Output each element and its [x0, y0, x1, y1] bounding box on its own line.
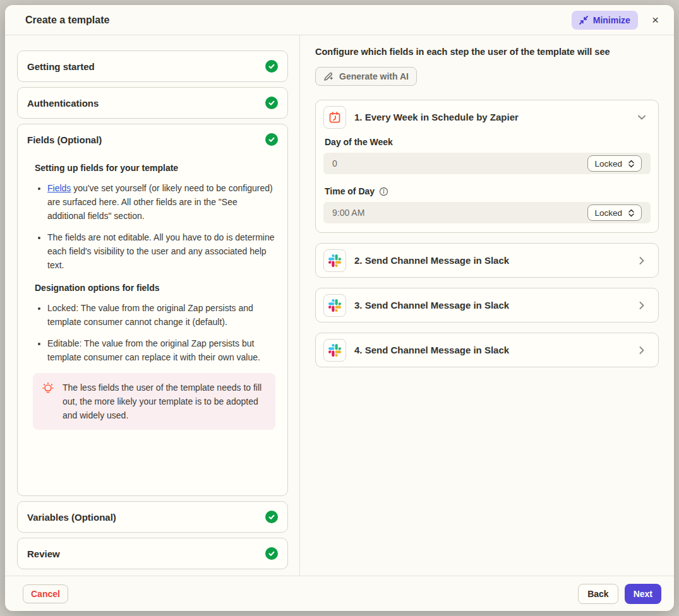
- field-value: 9:00 AM: [332, 208, 364, 218]
- modal-body: Getting started Authentications Fields (…: [5, 35, 674, 576]
- next-button[interactable]: Next: [625, 584, 661, 604]
- back-button[interactable]: Back: [578, 584, 618, 604]
- close-icon[interactable]: ×: [648, 11, 663, 28]
- config-heading: Configure which fields in each step the …: [315, 47, 659, 57]
- step-1-header[interactable]: 1. Every Week in Schedule by Zapier: [316, 100, 658, 134]
- chevron-down-icon: [637, 112, 651, 122]
- accordion-authentications: Authentications: [17, 87, 288, 119]
- step-2-header[interactable]: 2. Send Channel Message in Slack: [316, 244, 658, 277]
- select-updown-icon: [628, 160, 635, 168]
- designation-value: Locked: [594, 159, 622, 169]
- setup-fields-heading: Setting up fields for your template: [35, 161, 277, 175]
- chevron-right-icon: [637, 256, 651, 266]
- minimize-label: Minimize: [593, 15, 630, 25]
- setup-fields-list: Fields you've set yourself (or likely ne…: [28, 181, 277, 272]
- field-value-input: 9:00 AM Locked: [323, 202, 651, 223]
- minimize-icon: [579, 16, 588, 25]
- tip-callout: The less fields the user of the template…: [33, 373, 275, 430]
- create-template-modal: Create a template Minimize × Getting sta…: [5, 5, 674, 611]
- field-value-input: 0 Locked: [323, 153, 651, 174]
- generate-with-ai-button[interactable]: Generate with AI: [315, 67, 417, 86]
- info-icon[interactable]: [379, 187, 388, 196]
- steps-sidebar: Getting started Authentications Fields (…: [5, 35, 300, 576]
- step-title: 2. Send Channel Message in Slack: [354, 255, 628, 266]
- section-label: Review: [27, 548, 265, 559]
- modal-header: Create a template Minimize ×: [5, 5, 674, 35]
- step-4-header[interactable]: 4. Send Channel Message in Slack: [316, 333, 658, 367]
- completed-check-icon: [265, 133, 278, 146]
- generate-with-ai-label: Generate with AI: [339, 71, 409, 81]
- step-3-header[interactable]: 3. Send Channel Message in Slack: [316, 288, 658, 322]
- completed-check-icon: [265, 97, 278, 109]
- list-item: Fields you've set yourself (or likely ne…: [47, 181, 277, 223]
- accordion-header-getting-started[interactable]: Getting started: [18, 51, 287, 81]
- accordion-header-fields[interactable]: Fields (Optional): [18, 124, 287, 155]
- designation-select[interactable]: Locked: [587, 204, 642, 221]
- field-label: Time of Day: [325, 186, 375, 196]
- completed-check-icon: [265, 547, 278, 560]
- step-card-1: 1. Every Week in Schedule by Zapier Day …: [315, 100, 659, 233]
- designation-value: Locked: [594, 208, 622, 218]
- fields-config-panel: Configure which fields in each step the …: [300, 35, 674, 576]
- modal-footer: Cancel Back Next: [5, 576, 674, 611]
- schedule-by-zapier-icon: [323, 106, 346, 129]
- section-label: Fields (Optional): [27, 134, 265, 145]
- fields-section-content: Setting up fields for your template Fiel…: [18, 155, 287, 495]
- designation-options-heading: Designation options for fields: [35, 281, 277, 295]
- field-label-row: Time of Day: [325, 186, 649, 196]
- list-item: Editable: The value from the original Za…: [47, 336, 277, 364]
- accordion-header-review[interactable]: Review: [18, 538, 287, 569]
- ai-pencil-icon: [323, 71, 333, 81]
- section-label: Getting started: [27, 61, 265, 72]
- accordion-variables: Variables (Optional): [17, 501, 288, 533]
- page-title: Create a template: [25, 15, 572, 26]
- accordion-getting-started: Getting started: [17, 50, 288, 82]
- slack-icon: [323, 294, 346, 317]
- step-card-3: 3. Send Channel Message in Slack: [315, 288, 659, 323]
- bullet-text: you've set yourself (or likely need to b…: [47, 183, 273, 221]
- step-title: 1. Every Week in Schedule by Zapier: [354, 112, 628, 122]
- step-title: 4. Send Channel Message in Slack: [354, 345, 628, 355]
- select-updown-icon: [628, 209, 635, 217]
- step-card-4: 4. Send Channel Message in Slack: [315, 333, 659, 367]
- spacer: [28, 430, 277, 495]
- accordion-header-variables[interactable]: Variables (Optional): [18, 502, 287, 532]
- field-value: 0: [332, 158, 337, 169]
- lightbulb-icon: [42, 381, 54, 399]
- accordion-review: Review: [17, 538, 288, 569]
- section-label: Variables (Optional): [27, 512, 265, 523]
- chevron-right-icon: [637, 345, 651, 355]
- list-item: The fields are not editable. All you hav…: [47, 230, 277, 272]
- completed-check-icon: [265, 60, 278, 73]
- accordion-fields: Fields (Optional) Setting up fields for …: [17, 124, 288, 496]
- field-day-of-week: Day of the Week 0 Locked: [316, 137, 658, 183]
- tip-text: The less fields the user of the template…: [63, 381, 265, 422]
- field-time-of-day: Time of Day 9:00 AM Locked: [316, 186, 658, 232]
- list-item: Locked: The value from the original Zap …: [47, 301, 277, 329]
- minimize-button[interactable]: Minimize: [572, 11, 638, 30]
- step-title: 3. Send Channel Message in Slack: [354, 300, 628, 311]
- accordion-header-authentications[interactable]: Authentications: [18, 88, 287, 118]
- cancel-button[interactable]: Cancel: [23, 584, 68, 603]
- completed-check-icon: [265, 511, 278, 523]
- fields-link[interactable]: Fields: [47, 183, 71, 193]
- chevron-right-icon: [637, 300, 651, 311]
- designation-options-list: Locked: The value from the original Zap …: [28, 301, 277, 364]
- slack-icon: [323, 249, 346, 272]
- field-label: Day of the Week: [325, 137, 649, 147]
- designation-select[interactable]: Locked: [587, 155, 642, 172]
- section-label: Authentications: [27, 98, 265, 109]
- step-card-2: 2. Send Channel Message in Slack: [315, 243, 659, 278]
- slack-icon: [323, 339, 346, 362]
